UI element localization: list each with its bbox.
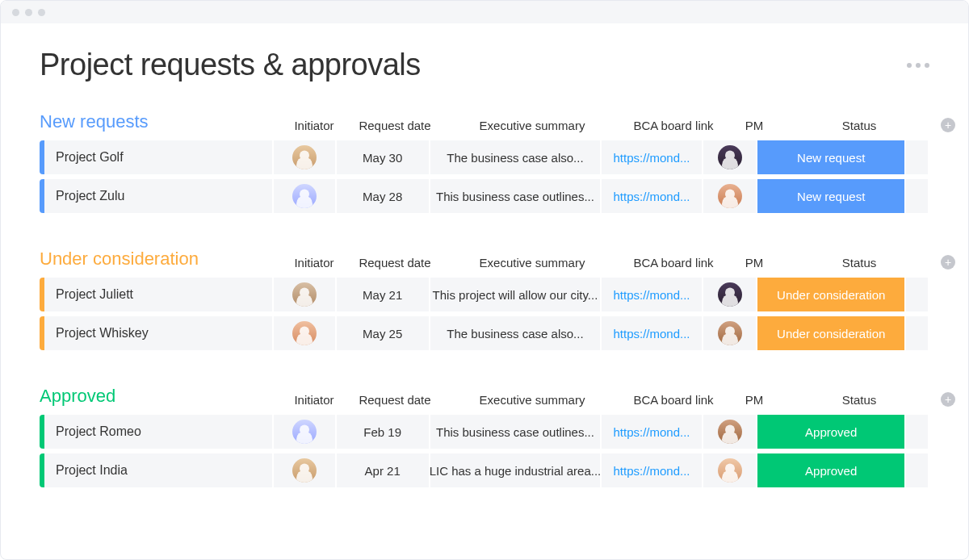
more-menu-icon[interactable] [907,63,929,68]
row-name-cell[interactable]: Project Golf [44,140,274,174]
cell-summary[interactable]: The business case also... [430,140,602,174]
row-name-cell[interactable]: Project Zulu [44,179,274,213]
cell-request-date[interactable]: May 21 [337,278,430,311]
cell-trailing [906,316,929,350]
group-title[interactable]: Under consideration [40,249,282,270]
page-header: Project requests & approvals [40,48,929,82]
cell-status[interactable]: Approved [757,415,906,449]
cell-initiator[interactable] [274,453,336,487]
plus-icon: + [941,255,955,270]
cell-status[interactable]: Approved [757,453,906,487]
row-name-cell[interactable]: Project Whiskey [44,316,274,350]
column-header-pm[interactable]: PM [726,119,782,132]
group-new: New requestsInitiatorRequest dateExecuti… [40,111,929,213]
column-header-request-date[interactable]: Request date [346,256,443,270]
cell-request-date[interactable]: May 25 [337,316,430,350]
column-header-bca-link[interactable]: BCA board link [621,119,726,132]
row-name-cell[interactable]: Project Juliett [44,278,274,311]
cell-status[interactable]: New request [757,140,906,174]
cell-status[interactable]: New request [757,179,906,213]
cell-summary[interactable]: The business case also... [430,316,602,350]
group-header: ApprovedInitiatorRequest dateExecutive s… [40,386,929,407]
column-header-initiator[interactable]: Initiator [282,393,346,407]
column-header-initiator[interactable]: Initiator [282,256,346,270]
group-header: Under considerationInitiatorRequest date… [40,249,929,270]
cell-status[interactable]: Under consideration [757,278,906,311]
table-row[interactable]: Project WhiskeyMay 25The business case a… [40,316,929,350]
cell-pm[interactable] [703,316,758,350]
group-approved: ApprovedInitiatorRequest dateExecutive s… [40,386,929,487]
cell-trailing [906,415,929,449]
add-column-button[interactable]: + [936,392,960,407]
window-dot [25,9,32,16]
cell-initiator[interactable] [274,140,336,174]
cell-initiator[interactable] [274,179,336,213]
avatar [292,420,317,444]
row-name-cell[interactable]: Project Romeo [44,415,274,449]
window-dot [12,9,19,16]
window-titlebar [1,1,968,23]
cell-bca-link[interactable]: https://mond... [602,316,703,350]
add-column-button[interactable]: + [936,255,960,270]
cell-summary[interactable]: LIC has a huge industrial area... [430,453,602,487]
board-content: Project requests & approvals New request… [1,23,968,547]
avatar [292,282,317,307]
avatar [718,458,742,483]
table-row[interactable]: Project JuliettMay 21This project will a… [40,278,929,311]
column-headers: InitiatorRequest dateExecutive summaryBC… [282,255,960,270]
cell-request-date[interactable]: May 30 [337,140,430,174]
cell-pm[interactable] [703,278,758,311]
column-header-bca-link[interactable]: BCA board link [621,393,726,407]
app-window: Project requests & approvals New request… [0,0,969,560]
column-header-request-date[interactable]: Request date [346,119,443,132]
table-row[interactable]: Project RomeoFeb 19This business case ou… [40,415,929,449]
group-title[interactable]: Approved [40,386,282,407]
cell-initiator[interactable] [274,316,336,350]
cell-bca-link[interactable]: https://mond... [602,453,703,487]
table-row[interactable]: Project GolfMay 30The business case also… [40,140,929,174]
cell-initiator[interactable] [274,415,336,449]
cell-pm[interactable] [703,179,758,213]
column-header-pm[interactable]: PM [726,393,782,407]
cell-request-date[interactable]: Apr 21 [337,453,430,487]
column-header-summary[interactable]: Executive summary [443,393,621,407]
group-under: Under considerationInitiatorRequest date… [40,249,929,350]
row-name-cell[interactable]: Project India [44,453,274,487]
cell-trailing [906,179,929,213]
column-headers: InitiatorRequest dateExecutive summaryBC… [282,392,960,407]
cell-status[interactable]: Under consideration [757,316,906,350]
table-row[interactable]: Project ZuluMay 28This business case out… [40,179,929,213]
avatar [718,420,742,444]
cell-summary[interactable]: This business case outlines... [430,179,602,213]
avatar [292,184,317,208]
cell-pm[interactable] [703,415,758,449]
cell-bca-link[interactable]: https://mond... [602,278,703,311]
cell-summary[interactable]: This project will allow our city... [430,278,602,311]
cell-summary[interactable]: This business case outlines... [430,415,602,449]
cell-request-date[interactable]: Feb 19 [337,415,430,449]
avatar [718,321,742,345]
cell-pm[interactable] [703,140,758,174]
column-header-status[interactable]: Status [782,256,936,270]
cell-pm[interactable] [703,453,758,487]
column-header-initiator[interactable]: Initiator [282,119,346,132]
cell-bca-link[interactable]: https://mond... [602,415,703,449]
column-header-status[interactable]: Status [782,393,936,407]
cell-bca-link[interactable]: https://mond... [602,179,703,213]
column-headers: InitiatorRequest dateExecutive summaryBC… [282,118,960,132]
column-header-pm[interactable]: PM [726,256,782,270]
column-header-status[interactable]: Status [782,119,936,132]
column-header-summary[interactable]: Executive summary [443,119,621,132]
group-title[interactable]: New requests [40,111,282,132]
cell-initiator[interactable] [274,278,336,311]
cell-request-date[interactable]: May 28 [337,179,430,213]
avatar [292,321,317,345]
table-row[interactable]: Project IndiaApr 21LIC has a huge indust… [40,453,929,487]
column-header-summary[interactable]: Executive summary [443,256,621,270]
column-header-request-date[interactable]: Request date [346,393,443,407]
avatar [718,184,742,208]
cell-bca-link[interactable]: https://mond... [602,140,703,174]
column-header-bca-link[interactable]: BCA board link [621,256,726,270]
add-column-button[interactable]: + [936,118,960,132]
cell-trailing [906,140,929,174]
